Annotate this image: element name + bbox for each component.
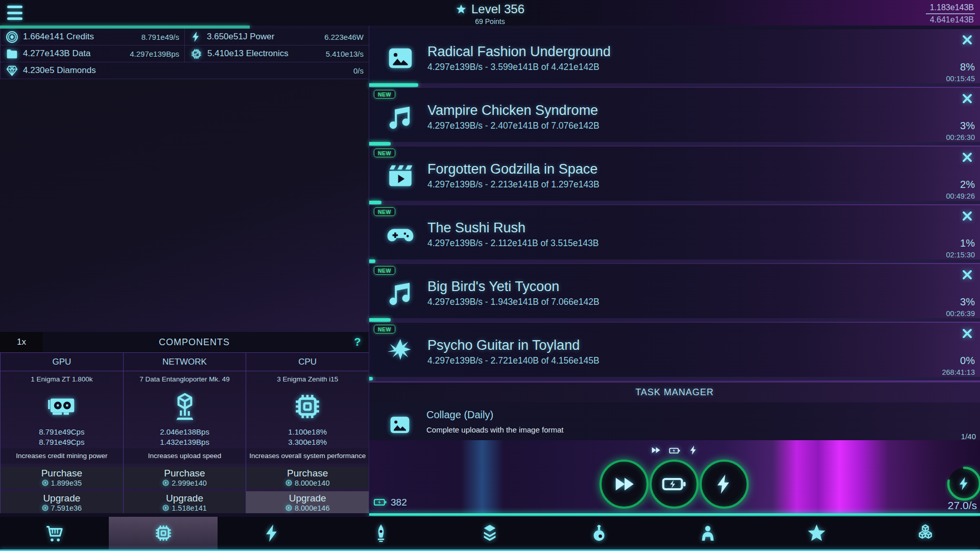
diamonds-rate: 0/s xyxy=(353,66,364,75)
upload-progress-bar xyxy=(369,201,980,204)
multiplier-button[interactable]: 1x xyxy=(0,332,43,352)
gpu-upgrade-cost: 7.591e36 xyxy=(51,504,82,512)
upload-percent: 8% xyxy=(960,61,975,73)
nav-item-layers[interactable] xyxy=(436,517,544,549)
nav-item-cart[interactable] xyxy=(0,517,109,549)
network-upgrade-cost: 1.518e141 xyxy=(172,504,207,512)
close-icon[interactable] xyxy=(961,33,974,46)
fast-forward-icon xyxy=(651,445,661,456)
network-stat-2: 1.432e139Bps xyxy=(160,437,209,447)
components-body: 1 Enigma ZT 1.800k 8.791e49Cps 8.791e49C… xyxy=(0,371,369,513)
upload-percent: 1% xyxy=(960,237,975,249)
nav-item-star[interactable] xyxy=(762,517,871,549)
data-rate: 4.297e139Bps xyxy=(130,50,179,58)
boost-rate: 27.0/s xyxy=(948,499,977,512)
person-icon xyxy=(698,523,718,543)
nav-item-tower[interactable] xyxy=(327,517,436,549)
upload-subtitle: 4.297e139B/s - 3.599e141B of 4.421e142B xyxy=(427,62,611,73)
battery-charge-icon xyxy=(669,445,681,457)
credits-icon xyxy=(42,505,49,511)
close-icon[interactable] xyxy=(961,268,974,281)
image-icon xyxy=(388,413,412,437)
upload-progress-bar xyxy=(369,259,980,263)
layers-icon xyxy=(480,523,500,543)
components-title: COMPONENTS xyxy=(43,337,346,348)
nav-item-chip[interactable] xyxy=(109,517,218,549)
credits-icon xyxy=(285,480,292,486)
boost-bottom-line xyxy=(369,513,980,516)
power-amount: 3.650e51J Power xyxy=(207,32,274,42)
gpu-stat-1: 8.791e49Cps xyxy=(39,427,84,437)
nav-item-person[interactable] xyxy=(653,517,762,549)
close-icon[interactable] xyxy=(961,327,974,340)
side-boost-button[interactable] xyxy=(945,465,980,502)
network-purchase-button[interactable]: Purchase 2.999e140 xyxy=(124,467,246,489)
new-badge: NEW xyxy=(374,325,395,333)
xp-total: 4.641e143B xyxy=(926,14,975,25)
nav-item-bolt[interactable] xyxy=(218,517,326,549)
gpu-upgrade-button[interactable]: Upgrade 7.591e36 xyxy=(1,491,123,513)
cart-icon xyxy=(44,523,65,543)
upload-title: Vampire Chicken Syndrome xyxy=(427,103,600,118)
cpu-purchase-cost: 8.000e140 xyxy=(295,479,330,487)
gpu-purchase-button[interactable]: Purchase 1.899e35 xyxy=(1,467,123,489)
level-header: Level 356 69 Points xyxy=(0,2,980,26)
close-icon[interactable] xyxy=(961,92,974,105)
resource-credits: 1.664e141 Credits 8.791e49/s xyxy=(0,29,185,45)
tab-gpu[interactable]: GPU xyxy=(0,353,124,371)
tab-cpu[interactable]: CPU xyxy=(246,353,369,371)
component-column-network: 7 Data Entangloporter Mk. 49 2.046e138Bp… xyxy=(124,371,247,513)
components-tabs: GPU NETWORK CPU xyxy=(0,352,369,371)
bottom-nav xyxy=(0,517,980,549)
electronics-icon xyxy=(190,47,203,60)
data-amount: 4.277e143B Data xyxy=(23,49,90,59)
upload-title: The Sushi Rush xyxy=(427,220,599,236)
upload-item: NEW Vampire Chicken Syndrome 4.297e139B/… xyxy=(369,88,980,146)
new-badge: NEW xyxy=(374,266,395,275)
tab-network[interactable]: NETWORK xyxy=(124,353,247,371)
gpu-upgrade-label: Upgrade xyxy=(43,493,80,504)
network-stat-1: 2.046e138Bps xyxy=(160,427,209,437)
cpu-purchase-button[interactable]: Purchase 8.000e140 xyxy=(246,467,369,489)
electronics-rate: 5.410e13/s xyxy=(326,50,364,58)
power-boost-button[interactable] xyxy=(700,460,749,509)
credits-icon xyxy=(6,31,18,43)
gpu-owned: 1 Enigma ZT 1.800k xyxy=(31,371,92,386)
battery-charge-icon xyxy=(373,495,387,509)
credits-icon xyxy=(42,480,49,486)
upload-eta: 268:41:13 xyxy=(942,368,975,376)
gamepad-icon xyxy=(386,220,415,249)
help-button[interactable]: ? xyxy=(346,336,369,349)
electronics-amount: 5.410e13 Electronics xyxy=(207,49,289,59)
burst-icon xyxy=(386,337,415,367)
resource-data: 4.277e143B Data 4.297e139Bps xyxy=(0,45,185,62)
star-icon xyxy=(456,4,467,15)
boost-mini-icons xyxy=(651,445,699,457)
bolt-icon xyxy=(688,445,699,456)
flask-icon xyxy=(589,523,609,543)
upload-subtitle: 4.297e139B/s - 2.721e140B of 4.156e145B xyxy=(427,355,600,366)
nav-item-flask[interactable] xyxy=(544,517,653,549)
upload-item: NEW Forgotten Godzilla in Space 4.297e13… xyxy=(369,147,980,204)
video-icon xyxy=(386,161,415,190)
network-upgrade-button[interactable]: Upgrade 1.518e141 xyxy=(124,491,246,513)
top-bar: Level 356 69 Points 1.183e143B 4.641e143… xyxy=(0,0,980,26)
nav-item-cubes[interactable] xyxy=(871,517,980,549)
close-icon[interactable] xyxy=(961,209,974,223)
task-manager-header: TASK MANAGER xyxy=(369,381,980,402)
close-icon[interactable] xyxy=(961,151,974,164)
cubes-icon xyxy=(915,523,936,543)
xp-current: 1.183e143B xyxy=(926,3,975,14)
music-icon xyxy=(386,102,415,132)
battery-boost-button[interactable] xyxy=(650,460,699,509)
resource-diamonds: 4.230e5 Diamonds 0/s xyxy=(0,62,369,79)
components-header: 1x COMPONENTS ? xyxy=(0,332,369,352)
points-label: 69 Points xyxy=(0,17,980,26)
cpu-upgrade-button[interactable]: Upgrade 8.000e146 xyxy=(246,491,369,513)
resource-panel: 1.664e141 Credits 8.791e49/s 3.650e51J P… xyxy=(0,29,369,79)
battery-count: 382 xyxy=(391,497,407,508)
upload-percent: 3% xyxy=(960,120,975,132)
network-icon xyxy=(169,391,201,422)
fast-forward-boost-button[interactable] xyxy=(600,460,649,509)
upload-item: NEW Big Bird's Yeti Tycoon 4.297e139B/s … xyxy=(369,264,980,322)
